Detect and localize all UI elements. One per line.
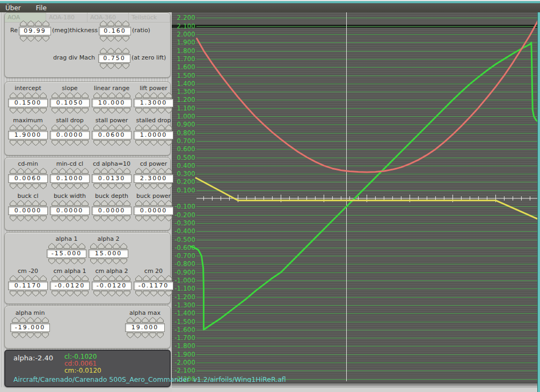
spin-down-arrow[interactable] xyxy=(101,108,108,114)
spin-down-arrow[interactable] xyxy=(74,140,81,146)
spin-down-arrow[interactable] xyxy=(67,108,74,114)
value-field[interactable]: 19.000 xyxy=(125,323,165,332)
spin-down-arrow[interactable] xyxy=(17,291,24,297)
tab-aoa-180[interactable]: AOA-180 xyxy=(46,13,87,22)
spin-up-arrow[interactable] xyxy=(59,275,66,281)
spin-up-arrow[interactable] xyxy=(17,124,24,130)
spin-up-arrow[interactable] xyxy=(150,124,157,130)
spin-down-arrow[interactable] xyxy=(63,258,70,264)
spin-down-arrow[interactable] xyxy=(56,258,63,264)
spin-up-arrow[interactable] xyxy=(67,92,74,98)
spin-up-arrow[interactable] xyxy=(143,168,150,174)
spin-up-arrow[interactable] xyxy=(10,275,17,281)
spin-down-arrow[interactable] xyxy=(67,216,74,221)
spin-up-arrow[interactable] xyxy=(52,92,59,98)
spin-up-arrow[interactable] xyxy=(165,124,172,130)
spin-down-arrow[interactable] xyxy=(101,183,108,189)
spin-down-arrow[interactable] xyxy=(17,183,24,189)
spin-down-arrow[interactable] xyxy=(149,332,156,338)
spin-down-arrow[interactable] xyxy=(25,291,32,297)
spin-down-arrow[interactable] xyxy=(48,258,55,264)
spin-down-arrow[interactable] xyxy=(165,216,172,221)
spin-up-arrow[interactable] xyxy=(74,92,81,98)
value-field[interactable]: -0.0120 xyxy=(50,282,90,290)
spin-down-arrow[interactable] xyxy=(82,140,89,146)
spin-up-arrow[interactable] xyxy=(101,168,108,174)
spin-down-arrow[interactable] xyxy=(32,108,39,114)
spin-up-arrow[interactable] xyxy=(143,92,150,98)
spin-up-arrow[interactable] xyxy=(78,243,85,249)
spin-down-arrow[interactable] xyxy=(25,183,32,189)
spin-down-arrow[interactable] xyxy=(108,291,115,297)
spin-down-arrow[interactable] xyxy=(25,140,32,146)
menu-item-file[interactable]: File xyxy=(28,4,54,12)
spin-up-arrow[interactable] xyxy=(93,168,100,174)
spin-up-arrow[interactable] xyxy=(100,20,107,26)
spin-up-arrow[interactable] xyxy=(108,92,115,98)
spin-up-arrow[interactable] xyxy=(82,124,89,130)
spin-up-arrow[interactable] xyxy=(71,243,78,249)
value-field[interactable]: 0.1170 xyxy=(8,282,48,290)
spin-down-arrow[interactable] xyxy=(52,216,59,221)
spin-down-arrow[interactable] xyxy=(82,216,89,221)
spin-down-arrow[interactable] xyxy=(17,216,24,221)
spin-down-arrow[interactable] xyxy=(165,140,172,146)
spin-down-arrow[interactable] xyxy=(157,332,164,338)
spin-up-arrow[interactable] xyxy=(134,317,141,323)
value-field[interactable]: -0.0120 xyxy=(92,282,132,290)
spin-down-arrow[interactable] xyxy=(74,108,81,114)
spin-up-arrow[interactable] xyxy=(105,243,112,249)
spin-up-arrow[interactable] xyxy=(116,200,123,206)
spin-up-arrow[interactable] xyxy=(165,275,172,281)
spin-down-arrow[interactable] xyxy=(90,258,97,264)
spin-up-arrow[interactable] xyxy=(101,275,108,281)
spin-up-arrow[interactable] xyxy=(120,243,127,249)
spin-up-arrow[interactable] xyxy=(101,92,108,98)
spin-down-arrow[interactable] xyxy=(150,216,157,221)
spin-up-arrow[interactable] xyxy=(142,317,149,323)
spin-up-arrow[interactable] xyxy=(150,168,157,174)
spin-up-arrow[interactable] xyxy=(59,200,66,206)
value-field[interactable]: 09.99 xyxy=(19,27,51,35)
spin-up-arrow[interactable] xyxy=(135,168,142,174)
value-field[interactable]: -0.1170 xyxy=(134,282,173,290)
spin-up-arrow[interactable] xyxy=(34,317,41,323)
value-field[interactable]: 0.0000 xyxy=(8,206,48,215)
spin-down-arrow[interactable] xyxy=(25,108,32,114)
spin-down-arrow[interactable] xyxy=(34,332,41,338)
value-field[interactable]: 1.0000 xyxy=(134,131,173,139)
spin-down-arrow[interactable] xyxy=(32,291,39,297)
spin-down-arrow[interactable] xyxy=(82,108,89,114)
spin-up-arrow[interactable] xyxy=(127,317,134,323)
spin-down-arrow[interactable] xyxy=(12,332,19,338)
spin-up-arrow[interactable] xyxy=(108,275,115,281)
spin-up-arrow[interactable] xyxy=(56,243,63,249)
spin-down-arrow[interactable] xyxy=(35,36,42,42)
spin-up-arrow[interactable] xyxy=(158,200,165,206)
value-field[interactable]: 0.0000 xyxy=(50,131,90,139)
spin-up-arrow[interactable] xyxy=(158,275,165,281)
spin-up-arrow[interactable] xyxy=(67,275,74,281)
spin-down-arrow[interactable] xyxy=(143,216,150,221)
spin-up-arrow[interactable] xyxy=(32,92,39,98)
spin-down-arrow[interactable] xyxy=(115,36,122,42)
spin-down-arrow[interactable] xyxy=(165,183,172,189)
spin-down-arrow[interactable] xyxy=(93,183,100,189)
spin-up-arrow[interactable] xyxy=(150,92,157,98)
spin-down-arrow[interactable] xyxy=(158,140,165,146)
spin-up-arrow[interactable] xyxy=(74,124,81,130)
spin-down-arrow[interactable] xyxy=(59,291,66,297)
spin-down-arrow[interactable] xyxy=(123,291,130,297)
value-field[interactable]: -15.000 xyxy=(47,249,86,258)
spin-up-arrow[interactable] xyxy=(123,168,130,174)
spin-down-arrow[interactable] xyxy=(107,63,114,69)
spin-up-arrow[interactable] xyxy=(40,200,47,206)
spin-down-arrow[interactable] xyxy=(158,216,165,221)
spin-up-arrow[interactable] xyxy=(93,200,100,206)
spin-up-arrow[interactable] xyxy=(90,243,97,249)
spin-down-arrow[interactable] xyxy=(158,183,165,189)
spin-down-arrow[interactable] xyxy=(113,258,120,264)
spin-up-arrow[interactable] xyxy=(52,275,59,281)
spin-down-arrow[interactable] xyxy=(150,140,157,146)
airfoil-polar-plot[interactable]: 2.2002.1002.0001.9001.8001.7001.6001.500… xyxy=(172,12,540,382)
